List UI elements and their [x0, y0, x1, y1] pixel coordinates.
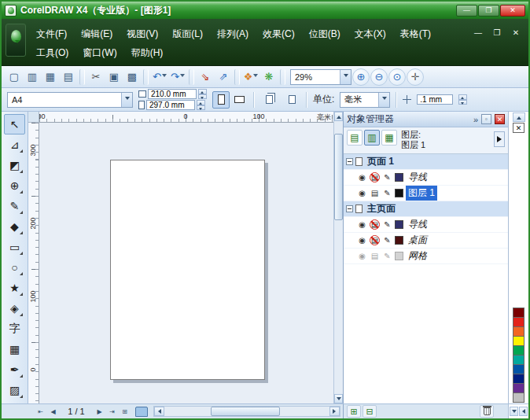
zoom-page-icon[interactable]: ⊙: [388, 68, 406, 86]
portrait-button[interactable]: [212, 91, 230, 109]
printer-icon[interactable]: ▤: [370, 188, 380, 198]
docker-dock-button[interactable]: ▫: [481, 114, 491, 124]
palette-scroll-down-button[interactable]: [510, 407, 518, 416]
pick-tool[interactable]: ↖: [4, 114, 25, 134]
menu-item[interactable]: 窗口(W): [75, 44, 123, 62]
pan-icon[interactable]: ✛: [407, 68, 424, 86]
printer-icon[interactable]: ▤: [370, 235, 380, 245]
paper-width-field[interactable]: 210.0 mm: [148, 89, 197, 99]
maximize-button[interactable]: ❐: [478, 5, 499, 17]
edit-pencil-icon[interactable]: ✎: [382, 188, 392, 198]
printer-icon[interactable]: ▤: [370, 251, 380, 261]
page-size-combo[interactable]: A4: [7, 92, 133, 108]
drawing-page[interactable]: [110, 160, 265, 380]
layer-row[interactable]: ◉ ▤ ✎ 导线: [344, 170, 508, 186]
ellipse-tool[interactable]: ○: [4, 257, 25, 278]
outline-tool[interactable]: ✒: [4, 359, 25, 380]
no-color-swatch[interactable]: ✕: [513, 123, 524, 133]
new-master-layer-button[interactable]: ⊟: [363, 405, 377, 418]
minimize-button[interactable]: —: [456, 5, 477, 17]
visibility-eye-icon[interactable]: ◉: [357, 235, 367, 245]
save-icon[interactable]: ▦: [42, 68, 59, 86]
copy-icon[interactable]: ▣: [105, 68, 123, 86]
print-icon[interactable]: ▤: [60, 68, 77, 86]
add-page-button[interactable]: ⊞: [119, 406, 131, 418]
vertical-scrollbar[interactable]: [333, 112, 343, 403]
visibility-eye-icon[interactable]: ◉: [357, 172, 367, 182]
last-page-button[interactable]: ⇥: [106, 406, 118, 418]
text-tool[interactable]: 字: [4, 319, 25, 339]
close-button[interactable]: ✕: [500, 5, 525, 17]
doc-minimize-button[interactable]: —: [472, 28, 484, 37]
rectangle-tool[interactable]: ▭: [4, 237, 25, 257]
shape-tool[interactable]: ⊿: [4, 134, 25, 155]
layer-manager-view-icon[interactable]: ▤: [347, 130, 363, 146]
redo-icon[interactable]: ↷: [169, 68, 186, 86]
layer-color-chip[interactable]: [395, 173, 403, 182]
printer-icon[interactable]: ▤: [370, 219, 380, 230]
next-page-button[interactable]: ▶: [94, 406, 105, 418]
menu-item[interactable]: 编辑(E): [74, 25, 120, 43]
visibility-eye-icon[interactable]: ◉: [357, 219, 367, 230]
menu-item[interactable]: 版面(L): [165, 25, 210, 43]
menu-item[interactable]: 帮助(H): [124, 44, 171, 62]
polygon-tool[interactable]: ★: [4, 278, 25, 298]
visibility-eye-icon[interactable]: ◉: [357, 188, 367, 198]
delete-layer-button[interactable]: [480, 405, 494, 418]
new-layer-button[interactable]: ⊞: [347, 405, 361, 418]
expand-icon[interactable]: [346, 205, 353, 212]
toolbar-separator[interactable]: [143, 69, 149, 85]
welcome-screen-icon[interactable]: ❋: [260, 68, 278, 86]
paste-icon[interactable]: ▩: [123, 68, 141, 86]
layer-name[interactable]: 图层 1: [406, 186, 437, 201]
first-page-button[interactable]: ⇤: [35, 406, 46, 418]
doc-restore-button[interactable]: ❐: [491, 28, 503, 37]
all-pages-button[interactable]: [260, 91, 278, 109]
current-page-button[interactable]: [283, 91, 300, 109]
application-launcher-icon[interactable]: ❖: [242, 68, 259, 86]
zoom-out-icon[interactable]: ⊖: [370, 68, 388, 86]
cut-icon[interactable]: ✂: [87, 68, 105, 86]
menu-item[interactable]: 位图(B): [302, 25, 348, 43]
nudge-offset-field[interactable]: .1 mm: [417, 94, 453, 105]
layer-color-chip[interactable]: [395, 220, 403, 229]
layer-row[interactable]: ◉ ▤ ✎ 导线: [344, 217, 508, 233]
scroll-right-button[interactable]: [329, 407, 340, 416]
layer-color-chip[interactable]: [395, 189, 403, 197]
page-tab[interactable]: [135, 407, 148, 417]
ruler-origin-corner[interactable]: [28, 112, 39, 123]
horizontal-scroll-thumb[interactable]: [211, 407, 280, 416]
paper-width-spinner[interactable]: [198, 89, 207, 99]
nudge-offset-spinner[interactable]: [458, 94, 467, 105]
layer-row[interactable]: ◉ ▤ ✎ 图层 1: [344, 186, 508, 201]
docker-flyout-button[interactable]: [494, 131, 505, 147]
layer-row[interactable]: ◉ ▤ ✎ 网格: [344, 249, 508, 264]
layer-name[interactable]: 网格: [406, 249, 429, 263]
export-icon[interactable]: ⇗: [215, 68, 232, 86]
layer-name[interactable]: 主页面: [365, 201, 398, 216]
import-icon[interactable]: ⇘: [197, 68, 214, 86]
crop-tool[interactable]: ◩: [4, 155, 25, 175]
layer-name[interactable]: 导线: [406, 170, 429, 185]
new-document-icon[interactable]: ▢: [6, 68, 23, 86]
paper-height-field[interactable]: 297.0 mm: [146, 100, 195, 110]
menu-item[interactable]: 工具(O): [29, 44, 75, 62]
layer-name[interactable]: 桌面: [406, 233, 429, 248]
landscape-button[interactable]: [230, 91, 248, 109]
menu-item[interactable]: 视图(V): [120, 25, 165, 43]
edit-pencil-icon[interactable]: ✎: [382, 235, 392, 245]
docker-chevron-icon[interactable]: »: [473, 115, 478, 124]
layer-row[interactable]: ◉ ▤ ✎ 主页面: [344, 201, 508, 217]
toolbar-separator[interactable]: [234, 69, 240, 85]
menu-item[interactable]: 排列(A): [210, 25, 256, 43]
layer-name[interactable]: 导线: [406, 217, 429, 232]
pages-layers-view-icon[interactable]: ▥: [364, 130, 380, 146]
undo-icon[interactable]: ↶: [151, 68, 168, 86]
zoom-in-icon[interactable]: ⊕: [352, 68, 370, 86]
doc-close-button[interactable]: ✕: [510, 28, 522, 37]
menu-item[interactable]: 表格(T): [393, 25, 438, 43]
expand-layers-view-icon[interactable]: ▦: [381, 130, 397, 146]
toolbar-separator[interactable]: [189, 69, 194, 85]
docker-close-button[interactable]: ✕: [495, 114, 505, 124]
scroll-left-button[interactable]: [154, 407, 164, 416]
